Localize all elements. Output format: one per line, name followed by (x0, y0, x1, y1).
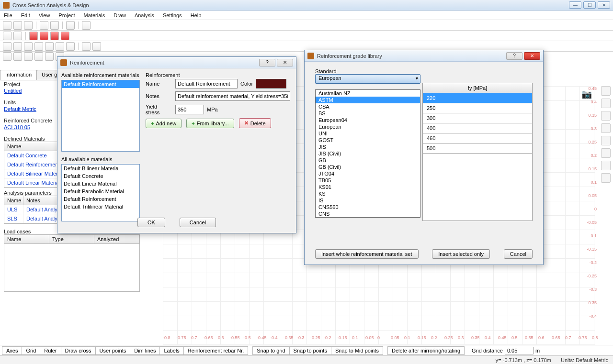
standard-dropdown[interactable]: Australian NZASTMCSABSEuropean04European… (315, 89, 420, 218)
open-icon[interactable] (13, 21, 22, 30)
pan-tool-icon[interactable] (601, 99, 611, 108)
select-tool-icon[interactable] (601, 86, 611, 96)
tool-e-icon[interactable] (45, 42, 54, 51)
standard-combo[interactable]: European (315, 74, 420, 84)
dropdown-option[interactable]: GOST (316, 137, 420, 143)
dropdown-option[interactable]: JTG04 (316, 170, 420, 177)
menu-draw[interactable]: Draw (114, 12, 126, 18)
fy-row[interactable]: 300 (423, 113, 532, 123)
zoom-extents-icon[interactable] (3, 32, 11, 40)
line-tool-icon[interactable] (601, 161, 611, 170)
tool-g-icon[interactable] (66, 42, 75, 51)
curve-tool-icon[interactable] (601, 173, 611, 183)
notes-input[interactable] (175, 91, 290, 101)
dropdown-option[interactable]: CNS (316, 210, 420, 217)
dropdown-option[interactable]: Australian NZ (316, 90, 420, 97)
list-item[interactable]: Default Parabolic Material (62, 188, 139, 195)
dropdown-option[interactable]: European04 (316, 117, 420, 123)
axes1-icon[interactable] (29, 32, 38, 40)
menu-project[interactable]: Project (58, 12, 75, 18)
minimize-button[interactable]: — (569, 1, 581, 9)
menu-help[interactable]: Help (191, 12, 202, 18)
dropdown-option[interactable]: IS (316, 197, 420, 204)
dropdown-option[interactable]: BS (316, 110, 420, 117)
menu-settings[interactable]: Settings (163, 12, 182, 18)
mirror-tool-icon[interactable] (601, 123, 611, 133)
undo-icon[interactable] (40, 21, 48, 30)
dialog-close-button[interactable]: ✕ (524, 52, 540, 60)
dropdown-option[interactable]: European (316, 123, 420, 130)
dropdown-option[interactable]: GB (Civil) (316, 164, 420, 170)
fy-row[interactable]: 500 (423, 143, 532, 154)
allmat-listbox[interactable]: Default Bilinear MaterialDefault Concret… (61, 164, 140, 221)
dropdown-option[interactable]: JIS (Civil) (316, 150, 420, 157)
tool-a-icon[interactable] (3, 42, 11, 51)
help-button[interactable]: ? (259, 59, 275, 66)
props-icon[interactable] (34, 52, 43, 61)
color-swatch[interactable] (256, 79, 286, 88)
add-new-button[interactable]: +Add new (146, 119, 182, 128)
dropdown-option[interactable]: GB (316, 157, 420, 164)
lib-cancel-button[interactable]: Cancel (504, 249, 533, 259)
dropdown-option[interactable]: CSA (316, 103, 420, 110)
tab-information[interactable]: Information (0, 70, 37, 80)
move-icon[interactable] (13, 32, 22, 40)
tool-h-icon[interactable] (82, 42, 91, 51)
list-item[interactable]: Default Concrete (62, 172, 139, 180)
menu-file[interactable]: File (4, 12, 12, 18)
dropdown-option[interactable]: ASTM (316, 97, 420, 103)
status-toggle[interactable]: Draw cross (61, 346, 96, 355)
tool-f-icon[interactable] (56, 42, 64, 51)
snap-toggle[interactable]: Snap to points (289, 346, 331, 355)
check-icon[interactable] (45, 52, 54, 61)
dropdown-option[interactable]: TB05 (316, 177, 420, 184)
status-toggle[interactable]: Labels (159, 346, 183, 355)
snap-toggle[interactable]: Snap to grid (252, 346, 289, 355)
fy-row[interactable]: 400 (423, 123, 532, 133)
lock-icon[interactable] (66, 21, 75, 30)
settings-icon[interactable] (82, 21, 91, 30)
list-item[interactable]: Default Bilinear Material (62, 165, 139, 172)
fy-grid[interactable]: fy [MPa] 220250300400460500 (422, 83, 533, 221)
pan-icon[interactable] (13, 52, 22, 61)
fy-row[interactable]: 250 (423, 103, 532, 113)
rotate-tool-icon[interactable] (601, 111, 611, 121)
status-toggle[interactable]: Ruler (40, 346, 61, 355)
delete-after-toggle[interactable]: Delete after mirroring/rotating (387, 346, 465, 355)
delete-button[interactable]: ✕Delete (239, 118, 271, 128)
help-button[interactable]: ? (506, 52, 522, 60)
status-toggle[interactable]: Grid (22, 346, 40, 355)
from-library-button[interactable]: +From library... (186, 119, 234, 128)
redo-icon[interactable] (50, 21, 59, 30)
status-toggle[interactable]: Axes (2, 346, 22, 355)
tool-b-icon[interactable] (13, 42, 22, 51)
list-item[interactable]: Default Reinforcement (62, 80, 139, 88)
insert-selected-button[interactable]: Insert selected only (432, 249, 490, 259)
dropdown-option[interactable]: KS01 (316, 184, 420, 190)
menu-view[interactable]: View (39, 12, 50, 18)
grid-dist-input[interactable] (505, 347, 534, 354)
list-item[interactable]: Default Reinforcement (62, 195, 139, 203)
dropdown-option[interactable]: KS (316, 190, 420, 197)
delete-tool-icon[interactable] (601, 148, 611, 158)
dropdown-option[interactable]: UNI (316, 130, 420, 137)
snap-toggle[interactable]: Snap to Mid points (331, 346, 383, 355)
menu-analysis[interactable]: Analysis (135, 12, 154, 18)
list-item[interactable]: Default Linear Material (62, 180, 139, 188)
copy-icon[interactable] (24, 52, 33, 61)
dropdown-option[interactable]: CNS560 (316, 204, 420, 210)
menu-materials[interactable]: Materials (84, 12, 105, 18)
tool-d-icon[interactable] (34, 42, 43, 51)
fy-row[interactable]: 460 (423, 133, 532, 143)
copy-tool-icon[interactable] (601, 136, 611, 145)
menu-edit[interactable]: Edit (21, 12, 30, 18)
dropdown-option[interactable]: JIS (316, 143, 420, 150)
avail-listbox[interactable]: Default Reinforcement (61, 80, 140, 152)
status-toggle[interactable]: Dim lines (130, 346, 160, 355)
axes3-icon[interactable] (50, 32, 59, 40)
list-item[interactable]: Default Trililinear Material (62, 203, 139, 210)
status-toggle[interactable]: User points (95, 346, 131, 355)
yield-input[interactable] (175, 105, 204, 114)
insert-all-button[interactable]: Insert whole reinforcement material set (315, 249, 419, 259)
name-input[interactable] (175, 79, 238, 88)
